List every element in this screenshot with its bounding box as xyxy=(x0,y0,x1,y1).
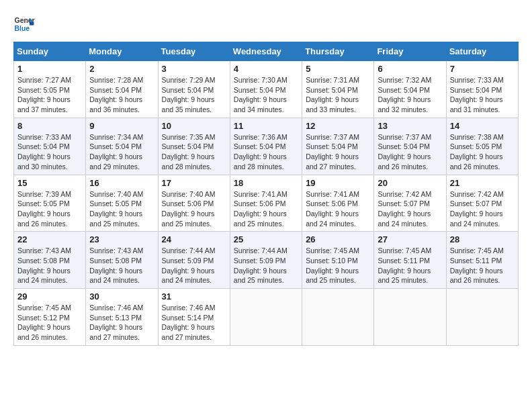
weekday-header-thursday: Thursday xyxy=(302,42,374,61)
sunrise-label: Sunrise: 7:44 AM xyxy=(234,246,287,255)
daylight-label: Daylight: 9 hours and 29 minutes. xyxy=(89,152,142,171)
sunset-label: Sunset: 5:04 PM xyxy=(234,86,286,94)
weekday-header-tuesday: Tuesday xyxy=(158,42,230,61)
sunrise-label: Sunrise: 7:39 AM xyxy=(17,190,71,198)
day-number: 23 xyxy=(89,234,154,244)
day-info: Sunrise: 7:34 AM Sunset: 5:04 PM Dayligh… xyxy=(89,132,154,172)
day-info: Sunrise: 7:42 AM Sunset: 5:07 PM Dayligh… xyxy=(378,189,442,229)
daylight-label: Daylight: 9 hours and 24 minutes. xyxy=(450,210,503,228)
calendar-cell: 2 Sunrise: 7:28 AM Sunset: 5:04 PM Dayli… xyxy=(86,61,158,118)
day-number: 4 xyxy=(234,64,298,74)
day-number: 16 xyxy=(89,178,154,188)
calendar-week-1: 1 Sunrise: 7:27 AM Sunset: 5:05 PM Dayli… xyxy=(14,61,519,118)
day-number: 3 xyxy=(162,64,226,74)
day-number: 15 xyxy=(17,178,82,188)
daylight-label: Daylight: 9 hours and 27 minutes. xyxy=(162,323,215,341)
sunset-label: Sunset: 5:04 PM xyxy=(378,142,430,150)
weekday-header-wednesday: Wednesday xyxy=(230,42,302,61)
weekday-header-saturday: Saturday xyxy=(446,42,518,61)
sunset-label: Sunset: 5:13 PM xyxy=(89,314,142,322)
day-number: 7 xyxy=(450,64,515,74)
sunrise-label: Sunrise: 7:46 AM xyxy=(89,304,143,312)
calendar-cell: 8 Sunrise: 7:33 AM Sunset: 5:04 PM Dayli… xyxy=(14,118,86,175)
daylight-label: Daylight: 9 hours and 26 minutes. xyxy=(17,323,71,341)
daylight-label: Daylight: 9 hours and 25 minutes. xyxy=(162,210,215,228)
day-info: Sunrise: 7:37 AM Sunset: 5:04 PM Dayligh… xyxy=(378,132,442,172)
calendar-cell xyxy=(374,289,446,346)
daylight-label: Daylight: 9 hours and 25 minutes. xyxy=(306,267,359,285)
sunrise-label: Sunrise: 7:33 AM xyxy=(17,133,71,141)
calendar-cell: 26 Sunrise: 7:45 AM Sunset: 5:10 PM Dayl… xyxy=(302,232,374,289)
day-info: Sunrise: 7:32 AM Sunset: 5:04 PM Dayligh… xyxy=(378,75,442,115)
day-number: 1 xyxy=(17,64,82,74)
daylight-label: Daylight: 9 hours and 25 minutes. xyxy=(234,210,287,228)
day-number: 9 xyxy=(89,121,154,131)
day-number: 24 xyxy=(162,234,226,244)
day-info: Sunrise: 7:45 AM Sunset: 5:11 PM Dayligh… xyxy=(450,246,515,285)
sunset-label: Sunset: 5:08 PM xyxy=(17,257,70,265)
sunrise-label: Sunrise: 7:34 AM xyxy=(89,133,143,141)
sunrise-label: Sunrise: 7:30 AM xyxy=(234,76,287,84)
sunrise-label: Sunrise: 7:32 AM xyxy=(378,76,431,84)
daylight-label: Daylight: 9 hours and 26 minutes. xyxy=(450,152,503,171)
sunset-label: Sunset: 5:04 PM xyxy=(450,86,502,94)
calendar-week-5: 29 Sunrise: 7:45 AM Sunset: 5:12 PM Dayl… xyxy=(14,289,519,346)
sunrise-label: Sunrise: 7:43 AM xyxy=(89,246,143,255)
sunrise-label: Sunrise: 7:40 AM xyxy=(162,190,216,198)
day-number: 5 xyxy=(306,64,370,74)
daylight-label: Daylight: 9 hours and 32 minutes. xyxy=(378,95,431,113)
day-info: Sunrise: 7:46 AM Sunset: 5:14 PM Dayligh… xyxy=(162,303,226,342)
weekday-header-row: SundayMondayTuesdayWednesdayThursdayFrid… xyxy=(14,42,519,61)
day-number: 25 xyxy=(234,234,298,244)
sunset-label: Sunset: 5:04 PM xyxy=(306,86,358,94)
daylight-label: Daylight: 9 hours and 31 minutes. xyxy=(450,95,503,113)
sunrise-label: Sunrise: 7:40 AM xyxy=(89,190,143,198)
day-info: Sunrise: 7:45 AM Sunset: 5:11 PM Dayligh… xyxy=(378,246,442,285)
calendar-cell: 13 Sunrise: 7:37 AM Sunset: 5:04 PM Dayl… xyxy=(374,118,446,175)
calendar-cell: 23 Sunrise: 7:43 AM Sunset: 5:08 PM Dayl… xyxy=(86,232,158,289)
daylight-label: Daylight: 9 hours and 25 minutes. xyxy=(234,267,287,285)
day-number: 29 xyxy=(17,291,82,302)
sunset-label: Sunset: 5:04 PM xyxy=(162,142,214,150)
sunrise-label: Sunrise: 7:42 AM xyxy=(450,190,504,198)
day-number: 2 xyxy=(89,64,154,74)
day-info: Sunrise: 7:44 AM Sunset: 5:09 PM Dayligh… xyxy=(162,246,226,285)
calendar-body: 1 Sunrise: 7:27 AM Sunset: 5:05 PM Dayli… xyxy=(14,61,519,346)
day-number: 20 xyxy=(378,178,442,188)
calendar-cell: 31 Sunrise: 7:46 AM Sunset: 5:14 PM Dayl… xyxy=(158,289,230,346)
calendar-week-4: 22 Sunrise: 7:43 AM Sunset: 5:08 PM Dayl… xyxy=(14,232,519,289)
daylight-label: Daylight: 9 hours and 27 minutes. xyxy=(306,152,359,171)
sunset-label: Sunset: 5:05 PM xyxy=(89,199,142,208)
day-info: Sunrise: 7:33 AM Sunset: 5:04 PM Dayligh… xyxy=(450,75,515,115)
page-header: General Blue xyxy=(13,13,519,35)
calendar-cell: 19 Sunrise: 7:41 AM Sunset: 5:06 PM Dayl… xyxy=(302,175,374,232)
sunset-label: Sunset: 5:10 PM xyxy=(306,257,358,265)
day-number: 11 xyxy=(234,121,298,131)
calendar-cell: 24 Sunrise: 7:44 AM Sunset: 5:09 PM Dayl… xyxy=(158,232,230,289)
calendar-cell: 10 Sunrise: 7:35 AM Sunset: 5:04 PM Dayl… xyxy=(158,118,230,175)
calendar-cell: 1 Sunrise: 7:27 AM Sunset: 5:05 PM Dayli… xyxy=(14,61,86,118)
day-info: Sunrise: 7:41 AM Sunset: 5:06 PM Dayligh… xyxy=(234,189,298,229)
daylight-label: Daylight: 9 hours and 33 minutes. xyxy=(306,95,359,113)
calendar-cell: 18 Sunrise: 7:41 AM Sunset: 5:06 PM Dayl… xyxy=(230,175,302,232)
calendar-cell: 16 Sunrise: 7:40 AM Sunset: 5:05 PM Dayl… xyxy=(86,175,158,232)
sunrise-label: Sunrise: 7:46 AM xyxy=(162,304,216,312)
svg-marker-3 xyxy=(30,22,34,26)
sunrise-label: Sunrise: 7:45 AM xyxy=(378,246,431,255)
sunrise-label: Sunrise: 7:41 AM xyxy=(306,190,359,198)
calendar-cell: 22 Sunrise: 7:43 AM Sunset: 5:08 PM Dayl… xyxy=(14,232,86,289)
sunset-label: Sunset: 5:04 PM xyxy=(162,86,214,94)
day-info: Sunrise: 7:37 AM Sunset: 5:04 PM Dayligh… xyxy=(306,132,370,172)
sunrise-label: Sunrise: 7:36 AM xyxy=(234,133,287,141)
sunrise-label: Sunrise: 7:31 AM xyxy=(306,76,359,84)
calendar-cell: 29 Sunrise: 7:45 AM Sunset: 5:12 PM Dayl… xyxy=(14,289,86,346)
calendar-cell xyxy=(302,289,374,346)
calendar-cell: 7 Sunrise: 7:33 AM Sunset: 5:04 PM Dayli… xyxy=(446,61,518,118)
day-number: 6 xyxy=(378,64,442,74)
day-number: 31 xyxy=(162,291,226,302)
sunset-label: Sunset: 5:07 PM xyxy=(450,199,502,208)
sunset-label: Sunset: 5:11 PM xyxy=(378,257,430,265)
daylight-label: Daylight: 9 hours and 26 minutes. xyxy=(17,210,71,228)
sunrise-label: Sunrise: 7:45 AM xyxy=(306,246,359,255)
sunset-label: Sunset: 5:04 PM xyxy=(89,86,142,94)
